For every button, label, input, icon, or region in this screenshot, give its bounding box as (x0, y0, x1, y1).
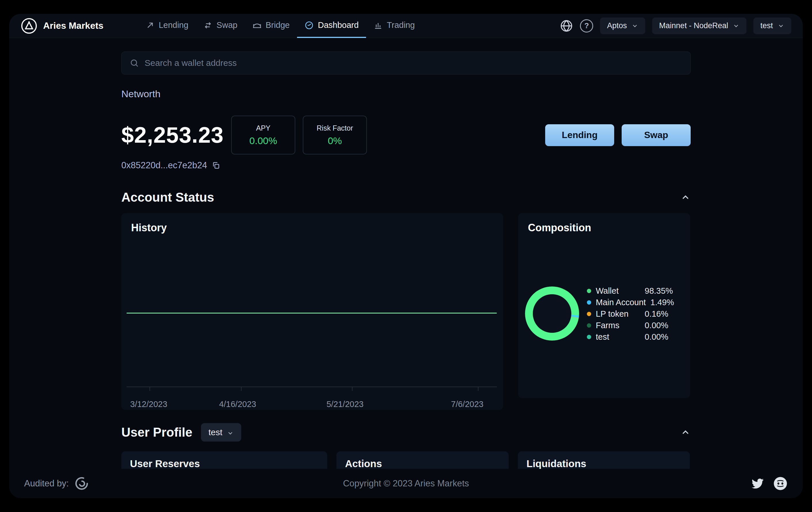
legend-row: LP token 0.16% (587, 308, 678, 319)
nav-item-lending[interactable]: Lending (138, 14, 196, 38)
user-profile-header: User Profile test (121, 423, 691, 442)
legend-value: 0.16% (645, 309, 678, 319)
search-icon (130, 58, 139, 67)
chevron-up-icon[interactable] (680, 427, 691, 437)
lending-icon (145, 21, 155, 30)
main-content: Networth $2,253.23 APY 0.00% Risk Factor… (121, 52, 691, 498)
risk-factor-value: 0% (328, 135, 342, 146)
legend-row: Farms 0.00% (587, 319, 678, 331)
brand[interactable]: Aries Markets (21, 18, 104, 34)
legend-dot (587, 335, 591, 339)
audited-by: Audited by: (24, 476, 89, 491)
social-links (750, 476, 788, 491)
chevron-down-icon (632, 23, 638, 29)
wallet-address-row: 0x85220d...ec7e2b24 (121, 160, 691, 171)
history-x-axis (126, 387, 497, 387)
nav-item-swap[interactable]: Swap (196, 14, 245, 38)
legend-label: test (596, 332, 609, 342)
nav-item-label: Dashboard (318, 21, 358, 30)
dashboard-icon (304, 21, 314, 30)
account-selector[interactable]: test (753, 18, 791, 34)
user-profile-title: User Profile (121, 425, 192, 439)
account-status-cards: History 3/12/2023 4/16/2023 5/21/2023 7/… (121, 213, 691, 410)
legend-dot (587, 289, 591, 293)
twitter-icon[interactable] (750, 476, 765, 491)
actions-title: Actions (345, 458, 382, 470)
auditor-logo-icon[interactable] (75, 476, 89, 491)
nav-items: Lending Swap Bridge Dashboard (138, 14, 423, 38)
chevron-up-icon[interactable] (680, 192, 691, 202)
nav-item-trading[interactable]: Trading (366, 14, 422, 38)
networth-label: Networth (121, 88, 691, 99)
composition-legend: Wallet 98.35% Main Account 1.49% LP toke… (587, 285, 678, 343)
legend-row: test 0.00% (587, 331, 678, 343)
composition-donut (525, 286, 579, 341)
app-window: Aries Markets Lending Swap Bridge (9, 14, 803, 498)
cta-group: Lending Swap (545, 124, 691, 146)
globe-icon[interactable] (560, 19, 573, 32)
composition-card: Composition Wallet 98.35% Main Account 1… (518, 213, 690, 398)
lending-button[interactable]: Lending (545, 124, 614, 146)
axis-tick (352, 387, 352, 391)
network-selector-label: Mainnet - NodeReal (659, 21, 728, 30)
nav-right: ? Aptos Mainnet - NodeReal test (560, 18, 791, 34)
legend-value: 0.00% (645, 332, 678, 342)
x-tick-label: 3/12/2023 (130, 400, 167, 409)
swap-button[interactable]: Swap (622, 124, 691, 146)
copyright-text: Copyright © 2023 Aries Markets (343, 478, 469, 489)
legend-label: Main Account (596, 298, 646, 307)
chevron-down-icon (227, 429, 234, 436)
swap-icon (203, 21, 212, 30)
apy-box: APY 0.00% (231, 116, 295, 154)
axis-tick (241, 387, 241, 391)
risk-factor-label: Risk Factor (317, 124, 353, 132)
chevron-down-icon (778, 23, 784, 29)
x-tick-label: 4/16/2023 (219, 400, 256, 409)
history-card: History 3/12/2023 4/16/2023 5/21/2023 7/… (121, 213, 503, 410)
legend-row: Main Account 1.49% (587, 296, 678, 308)
profile-selector[interactable]: test (201, 423, 241, 442)
user-reserves-title: User Reserves (130, 458, 200, 470)
nav-item-label: Bridge (266, 21, 290, 30)
networth-row: $2,253.23 APY 0.00% Risk Factor 0% Lendi… (121, 116, 691, 154)
wallet-search (121, 52, 691, 75)
networth-value: $2,253.23 (121, 122, 224, 148)
history-x-labels: 3/12/2023 4/16/2023 5/21/2023 7/6/2023 (126, 400, 497, 411)
history-line-series (126, 313, 497, 314)
account-selector-label: test (760, 21, 773, 30)
nav-item-dashboard[interactable]: Dashboard (297, 14, 366, 38)
legend-label: Farms (596, 321, 619, 330)
help-icon[interactable]: ? (580, 19, 593, 32)
chain-selector[interactable]: Aptos (600, 18, 645, 34)
axis-tick (149, 387, 150, 391)
search-input[interactable] (145, 58, 682, 68)
brand-name: Aries Markets (43, 21, 104, 31)
axis-tick (478, 387, 478, 391)
aries-logo-icon (21, 18, 37, 34)
apy-label: APY (256, 124, 270, 132)
footer: Audited by: Copyright © 2023 Aries Marke… (9, 469, 803, 498)
history-title: History (131, 222, 493, 234)
composition-title: Composition (528, 222, 680, 234)
legend-label: LP token (596, 309, 629, 319)
nav-item-label: Lending (159, 21, 188, 30)
copy-icon[interactable] (212, 161, 220, 170)
risk-factor-box: Risk Factor 0% (303, 116, 367, 154)
network-selector[interactable]: Mainnet - NodeReal (652, 18, 747, 34)
top-nav: Aries Markets Lending Swap Bridge (9, 14, 803, 38)
chevron-down-icon (733, 23, 740, 29)
bridge-icon (253, 21, 262, 30)
trading-icon (374, 21, 383, 30)
profile-selector-label: test (208, 427, 222, 437)
x-tick-label: 5/21/2023 (326, 400, 364, 409)
nav-item-label: Swap (216, 21, 237, 30)
account-status-title: Account Status (121, 190, 214, 204)
discord-icon[interactable] (773, 476, 788, 491)
nav-item-bridge[interactable]: Bridge (245, 14, 297, 38)
apy-value: 0.00% (249, 135, 277, 146)
x-tick-label: 7/6/2023 (451, 400, 484, 409)
nav-item-label: Trading (387, 21, 415, 30)
legend-value: 0.00% (645, 321, 678, 330)
legend-dot (587, 312, 591, 316)
chain-selector-label: Aptos (607, 21, 627, 30)
